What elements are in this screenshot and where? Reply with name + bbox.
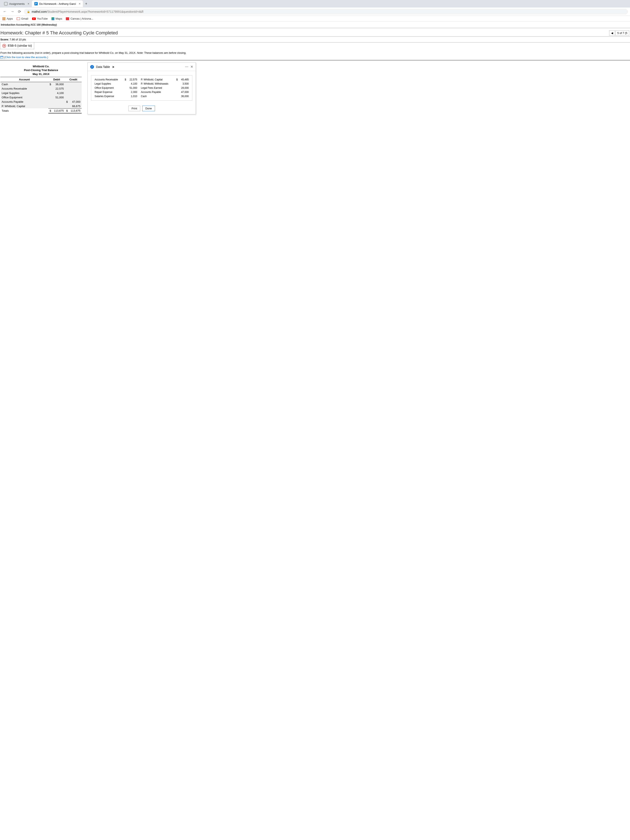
table-row: Legal Supplies4,100: [0, 91, 82, 95]
trial-balance-table: Whitbold Co. Post-Closing Trial Balance …: [0, 65, 82, 114]
table-row: Office Equipment51,000: [0, 95, 82, 99]
bookmark-maps[interactable]: Maps: [52, 17, 62, 20]
credit-cell[interactable]: [65, 82, 82, 87]
account-cell[interactable]: Office Equipment: [0, 95, 48, 99]
bookmark-apps[interactable]: Apps: [3, 17, 13, 20]
bookmark-youtube[interactable]: YouTube: [32, 17, 48, 20]
credit-cell[interactable]: [65, 87, 82, 91]
totals-row: Totals$113,675$113,675: [0, 108, 82, 113]
debit-cell[interactable]: $36,000: [48, 82, 65, 87]
browser-tab-bar: Assignments × P Do Homework - Anthony Ga…: [0, 0, 630, 8]
col-account: Account: [0, 77, 48, 82]
credit-cell[interactable]: [65, 91, 82, 95]
tab-homework[interactable]: P Do Homework - Anthony Garci ×: [32, 0, 83, 7]
url-path: /Student/PlayerHomework.aspx?homeworkId=…: [47, 10, 144, 13]
forward-button[interactable]: →: [9, 9, 15, 14]
table-row: Cash$36,000: [0, 82, 82, 87]
col-debit: Debit: [48, 77, 65, 82]
data-row: Office Equipment51,000Legal Fees Earned2…: [94, 86, 189, 90]
info-icon: i: [90, 65, 94, 69]
bookmarks-bar: Apps Gmail YouTube Maps Canvas | Arizona…: [0, 16, 630, 22]
view-accounts-link[interactable]: (Click the icon to view the accounts.): [0, 55, 48, 59]
problem-instructions: From the following accounts (not in orde…: [0, 49, 630, 60]
account-cell[interactable]: Legal Supplies: [0, 91, 48, 95]
account-cell[interactable]: Accounts Receivable: [0, 87, 48, 91]
bookmark-gmail[interactable]: Gmail: [17, 17, 28, 20]
url-input[interactable]: 🔒 mathxl.com/Student/PlayerHomework.aspx…: [24, 9, 628, 14]
gmail-icon: [17, 17, 20, 20]
credit-cell[interactable]: 66,675: [65, 104, 82, 109]
minimize-button[interactable]: —: [185, 65, 188, 69]
incorrect-icon: ✖: [2, 44, 6, 48]
tab-favicon-icon: [4, 2, 8, 5]
debit-cell[interactable]: [48, 104, 65, 109]
course-title: Introduction Accounting ACC 100 (Wednesd…: [0, 22, 630, 28]
tab-label: Assignments: [9, 2, 25, 5]
data-row: Accounts Receivable$22,575P. Whitbold, C…: [94, 77, 189, 82]
print-button[interactable]: Print: [128, 106, 140, 111]
close-button[interactable]: ✕: [190, 65, 193, 69]
address-bar: ← → ⟳ 🔒 mathxl.com/Student/PlayerHomewor…: [0, 8, 630, 16]
tab-favicon-icon: P: [35, 2, 38, 5]
modal-title: Data Table: [96, 65, 110, 68]
new-tab-button[interactable]: +: [83, 2, 89, 6]
data-row: Salaries Expense1,010Cash36,000: [94, 94, 189, 98]
apps-icon: [3, 17, 5, 20]
account-cell[interactable]: Accounts Payable: [0, 99, 48, 104]
close-icon[interactable]: ×: [79, 2, 81, 5]
data-row: Legal Supplies4,100P. Whitbold, Withdraw…: [94, 82, 189, 86]
credit-cell[interactable]: $47,000: [65, 99, 82, 104]
homework-header: Homework: Chapter # 5 The Accounting Cyc…: [0, 28, 630, 37]
col-credit: Credit: [65, 77, 82, 82]
reload-button[interactable]: ⟳: [17, 9, 22, 14]
question-progress: 5 of 7 (5: [616, 30, 629, 36]
data-row: Repair Expense2,300Accounts Payable47,00…: [94, 90, 189, 94]
cursor-icon: ➤: [112, 65, 115, 68]
maps-icon: [52, 17, 54, 20]
table-row: P. Whitbold, Capital66,675: [0, 104, 82, 109]
youtube-icon: [32, 17, 36, 20]
account-cell[interactable]: Cash: [0, 82, 48, 87]
problem-id: ✖ E5B-5 (similar to): [0, 43, 34, 49]
table-row: Accounts Receivable22,575: [0, 87, 82, 91]
debit-cell[interactable]: 51,000: [48, 95, 65, 99]
data-table-modal: i Data Table ➤ — ✕ Accounts Receivable$2…: [87, 63, 196, 114]
score-line: Score: 7.86 of 10 pts: [0, 37, 630, 43]
debit-cell[interactable]: 22,575: [48, 87, 65, 91]
tab-label: Do Homework - Anthony Garci: [39, 2, 76, 5]
lock-icon: 🔒: [27, 10, 30, 13]
table-row: Accounts Payable$47,000: [0, 99, 82, 104]
homework-title: Homework: Chapter # 5 The Accounting Cyc…: [0, 30, 118, 36]
table-icon: [0, 56, 3, 58]
debit-cell[interactable]: [48, 99, 65, 104]
bookmark-canvas[interactable]: Canvas | Arizona...: [66, 17, 93, 20]
debit-cell[interactable]: 4,100: [48, 91, 65, 95]
done-button[interactable]: Done: [142, 106, 155, 111]
close-icon[interactable]: ×: [27, 2, 29, 5]
credit-cell[interactable]: [65, 95, 82, 99]
tab-assignments[interactable]: Assignments ×: [2, 0, 32, 7]
account-cell[interactable]: P. Whitbold, Capital: [0, 104, 48, 109]
back-button[interactable]: ←: [2, 9, 8, 14]
url-domain: mathxl.com: [32, 10, 47, 13]
prev-question-button[interactable]: ◀: [609, 30, 615, 36]
canvas-icon: [66, 17, 69, 20]
